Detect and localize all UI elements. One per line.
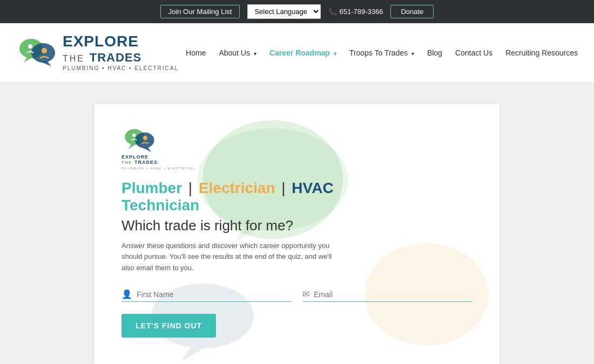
- svg-point-16: [132, 134, 136, 137]
- nav-item-home[interactable]: Home: [186, 48, 206, 58]
- language-select[interactable]: Select Language: [247, 4, 321, 19]
- person-icon: 👤: [122, 289, 132, 299]
- nav-item-blog[interactable]: Blog: [427, 48, 442, 58]
- svg-point-15: [143, 136, 147, 140]
- chevron-down-icon: ▾: [411, 51, 414, 57]
- phone-icon: 📞: [328, 8, 337, 16]
- main-content: EXPLORETHE TRADESPLUMBING • HVAC • ELECT…: [0, 83, 594, 364]
- svg-point-5: [28, 44, 32, 49]
- svg-point-13: [135, 133, 154, 148]
- logo-icon: [16, 32, 59, 73]
- svg-marker-12: [129, 144, 136, 149]
- nav-item-career[interactable]: Career Roadmap ▾: [269, 48, 336, 58]
- quiz-description: Answer these questions and discover whic…: [122, 241, 338, 274]
- find-out-button[interactable]: LET'S FIND OUT: [122, 314, 216, 338]
- first-name-input[interactable]: [137, 290, 292, 299]
- svg-marker-10: [181, 346, 208, 362]
- quiz-form: 👤 ✉: [122, 289, 473, 302]
- quiz-title: Which trade is right for me?: [122, 217, 473, 234]
- logo-text: EXPLORE THE TRADES PLUMBING • HVAC • ELE…: [63, 34, 179, 71]
- svg-point-4: [42, 48, 47, 53]
- top-bar: Join Our Mailing List Select Language 📞 …: [0, 0, 594, 23]
- nav-links: Home About Us ▾ Career Roadmap ▾ Troops …: [186, 48, 578, 58]
- email-input[interactable]: [314, 290, 473, 299]
- card-logo-icon: [122, 126, 159, 153]
- svg-marker-3: [40, 61, 51, 66]
- trade-heading: Plumber | Electrician | HVAC Technician: [122, 180, 473, 214]
- quiz-card: EXPLORETHE TRADESPLUMBING • HVAC • ELECT…: [94, 104, 500, 364]
- email-input-wrap: ✉: [302, 289, 473, 302]
- svg-marker-1: [24, 57, 32, 63]
- email-icon: ✉: [302, 289, 309, 299]
- nav-item-recruiting[interactable]: Recruiting Resources: [505, 48, 578, 58]
- mailing-list-button[interactable]: Join Our Mailing List: [160, 5, 240, 18]
- chevron-down-icon: ▾: [334, 51, 336, 57]
- nav-bar: EXPLORE THE TRADES PLUMBING • HVAC • ELE…: [0, 23, 594, 83]
- nav-item-contact[interactable]: Contact Us: [455, 48, 492, 58]
- svg-marker-14: [143, 148, 152, 152]
- first-name-input-wrap: 👤: [122, 289, 292, 302]
- nav-item-troops[interactable]: Troops To Trades ▾: [349, 48, 414, 58]
- donate-button[interactable]: Donate: [390, 5, 434, 18]
- nav-logo: EXPLORE THE TRADES PLUMBING • HVAC • ELE…: [16, 32, 179, 73]
- phone-link[interactable]: 📞 651-789-3366: [328, 8, 383, 16]
- chevron-down-icon: ▾: [254, 51, 256, 57]
- nav-item-about[interactable]: About Us ▾: [219, 48, 256, 58]
